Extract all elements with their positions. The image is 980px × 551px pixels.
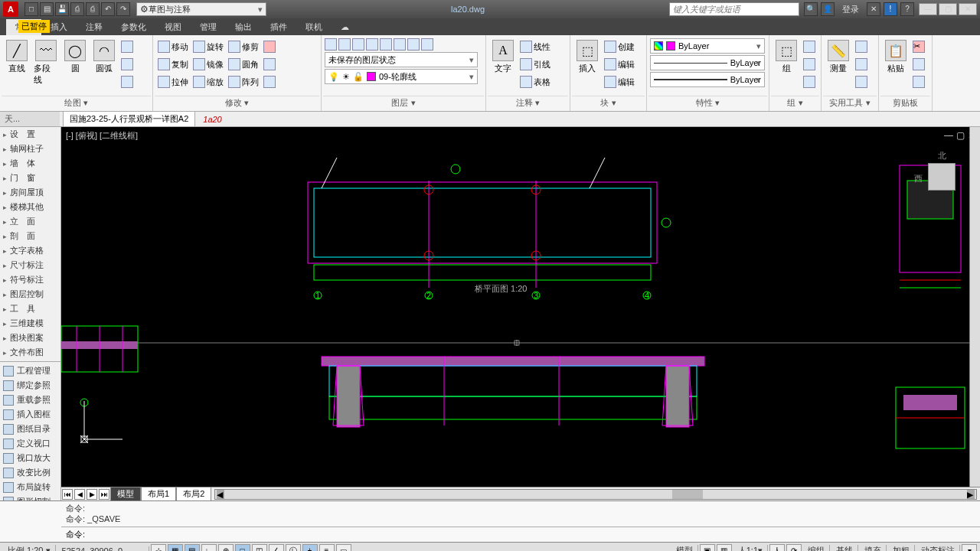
sidebar-tool-7[interactable]: 改变比例: [0, 465, 60, 480]
selectall-button[interactable]: [854, 38, 869, 55]
status-tpy-icon[interactable]: ▭: [336, 544, 351, 552]
circle-button[interactable]: ◯圆: [61, 38, 89, 76]
status-quickview-icon[interactable]: ▣: [700, 544, 715, 552]
dimlinear-button[interactable]: 线性: [518, 38, 552, 55]
horizontal-scrollbar[interactable]: ◀▶: [214, 489, 977, 500]
qat-redo-icon[interactable]: ↷: [116, 2, 130, 16]
sidebar-item-8[interactable]: 文字表格: [0, 243, 60, 258]
qat-save-icon[interactable]: 💾: [55, 2, 69, 16]
tab-manage[interactable]: 管理: [191, 19, 226, 35]
sidebar-tool-2[interactable]: 重载参照: [0, 393, 60, 407]
sidebar-item-15[interactable]: 文件布图: [0, 345, 60, 360]
status-group[interactable]: 编组: [803, 545, 830, 551]
status-infer-icon[interactable]: ⊹: [151, 544, 166, 552]
sidebar-tool-6[interactable]: 视口放大: [0, 451, 60, 465]
sidebar-item-12[interactable]: 工 具: [0, 302, 60, 316]
tab-parametric[interactable]: 参数化: [112, 19, 155, 35]
panel-util-title[interactable]: 实用工具 ▾: [823, 96, 877, 109]
move-button[interactable]: 移动: [156, 38, 190, 55]
sidebar-item-0[interactable]: 设 置: [0, 127, 60, 142]
vertical-scrollbar[interactable]: [969, 127, 980, 487]
line-button[interactable]: ╱直线: [3, 38, 31, 76]
signin-icon[interactable]: 👤: [821, 2, 835, 16]
offset-button[interactable]: [262, 73, 277, 90]
layerfreeze-icon[interactable]: [366, 38, 378, 51]
rotate-button[interactable]: 旋转: [191, 38, 225, 55]
status-ortho-icon[interactable]: ∟: [201, 544, 217, 552]
copy-button[interactable]: 复制: [156, 56, 190, 73]
sidebar-item-13[interactable]: 三维建模: [0, 316, 60, 331]
layout-nav-last[interactable]: ⏭: [99, 489, 109, 500]
layermatch-icon[interactable]: [338, 38, 351, 51]
qat-saveas-icon[interactable]: ⎙: [70, 2, 84, 16]
status-lwt-icon[interactable]: ≡: [319, 544, 335, 552]
block-create-button[interactable]: 创建: [603, 38, 636, 55]
insert-button[interactable]: ⬚插入: [573, 38, 601, 76]
tab-output[interactable]: 输出: [226, 19, 261, 35]
layout-nav-next[interactable]: ▶: [87, 489, 97, 500]
panel-prop-title[interactable]: 特性 ▾: [648, 96, 767, 109]
sidebar-item-1[interactable]: 轴网柱子: [0, 142, 60, 156]
polyline-button[interactable]: 〰多段线: [32, 38, 60, 87]
sidebar-tool-1[interactable]: 绑定参照: [0, 378, 60, 393]
layerstate-dropdown[interactable]: 未保存的图层状态: [325, 52, 478, 67]
status-osnap-icon[interactable]: □: [235, 544, 250, 552]
explode-button[interactable]: [262, 56, 277, 73]
exchange-icon[interactable]: ✕: [867, 2, 880, 16]
status-3dosnap-icon[interactable]: ◫: [252, 544, 267, 552]
calc-button[interactable]: [854, 73, 869, 90]
sidebar-item-11[interactable]: 图层控制: [0, 287, 60, 302]
status-otrack-icon[interactable]: ∠: [269, 544, 284, 552]
status-annovis-icon[interactable]: 人: [769, 544, 785, 552]
sidebar-item-4[interactable]: 房间屋顶: [0, 185, 60, 200]
copy-clip-button[interactable]: [911, 56, 926, 73]
sidebar-tool-5[interactable]: 定义视口: [0, 436, 60, 451]
sidebar-item-10[interactable]: 符号标注: [0, 272, 60, 287]
sidebar-item-5[interactable]: 楼梯其他: [0, 200, 60, 214]
qat-undo-icon[interactable]: ↶: [101, 2, 115, 16]
sidebar-item-3[interactable]: 门 窗: [0, 171, 60, 185]
group-button[interactable]: ⬚组: [773, 38, 800, 76]
status-dyn-icon[interactable]: +: [302, 544, 318, 552]
panel-draw-title[interactable]: 绘图 ▾: [2, 96, 151, 109]
measure-button[interactable]: 📏测量: [825, 38, 852, 76]
stretch-button[interactable]: 拉伸: [156, 73, 190, 90]
panel-modify-title[interactable]: 修改 ▾: [155, 96, 319, 109]
layeroff-icon[interactable]: [380, 38, 392, 51]
sidebar-tool-3[interactable]: 插入图框: [0, 407, 60, 422]
close-button[interactable]: ✕: [959, 3, 977, 15]
tab-view[interactable]: 视图: [155, 19, 191, 35]
info-icon[interactable]: !: [884, 2, 897, 16]
status-model[interactable]: 模型: [671, 545, 698, 551]
status-annoauto-icon[interactable]: ⟳: [786, 544, 802, 552]
array-button[interactable]: 阵列: [227, 73, 260, 90]
leader-button[interactable]: 引线: [518, 56, 552, 73]
layout-tab-2[interactable]: 布局2: [176, 487, 211, 500]
sidebar-item-9[interactable]: 尺寸标注: [0, 258, 60, 272]
panel-block-title[interactable]: 块 ▾: [572, 96, 645, 109]
infocenter-search-input[interactable]: [669, 2, 799, 16]
groupedit-button[interactable]: [802, 56, 817, 73]
status-fill[interactable]: 填充: [860, 545, 887, 551]
command-line[interactable]: 命令:: [61, 527, 980, 542]
layerprop-icon[interactable]: [325, 38, 337, 51]
scale-button[interactable]: 缩放: [191, 73, 225, 90]
minimize-button[interactable]: —: [919, 3, 937, 15]
sidebar-tool-9[interactable]: 图形切割: [0, 494, 60, 500]
status-grid-icon[interactable]: ▤: [185, 544, 200, 552]
qat-print-icon[interactable]: ⎙: [86, 2, 100, 16]
trim-button[interactable]: 修剪: [227, 38, 260, 55]
qat-new-icon[interactable]: □: [24, 2, 38, 16]
layerstate-icon[interactable]: [407, 38, 420, 51]
rect-button[interactable]: [119, 38, 135, 55]
sidebar-tool-8[interactable]: 布局旋转: [0, 480, 60, 494]
layout-tab-model[interactable]: 模型: [110, 487, 141, 500]
erase-button[interactable]: [262, 38, 277, 55]
status-scale[interactable]: 比例 1:20 ▾: [3, 545, 56, 551]
sidebar-item-14[interactable]: 图块图案: [0, 331, 60, 345]
matchprop-button[interactable]: [911, 73, 926, 90]
status-bold[interactable]: 加粗: [888, 545, 915, 551]
document-tab[interactable]: 国施23-25-人行景观桥一详图A2: [63, 111, 195, 127]
sidebar-item-2[interactable]: 墙 体: [0, 156, 60, 171]
panel-layer-title[interactable]: 图层 ▾: [323, 96, 484, 109]
